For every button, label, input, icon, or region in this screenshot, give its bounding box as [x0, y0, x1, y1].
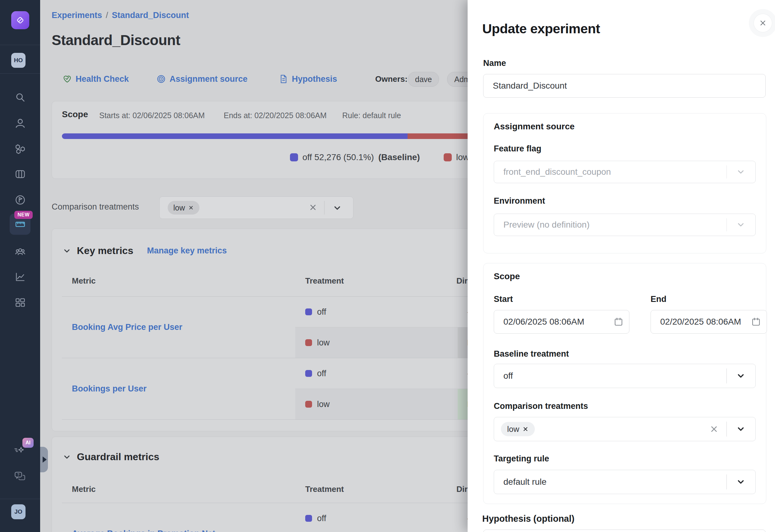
baseline-treatment-select[interactable]: off [494, 364, 756, 388]
svg-text:?: ? [17, 473, 19, 477]
scope-section: Scope Start End 02/06/2025 08:06AM 02/20… [483, 263, 766, 504]
app-logo[interactable] [11, 11, 29, 29]
treatment-label: off [317, 369, 326, 378]
treatment-label: off [317, 514, 326, 523]
comparison-chip-label: low [507, 424, 519, 434]
panel-title: Update experiment [482, 21, 600, 36]
manage-key-metrics-link[interactable]: Manage key metrics [147, 246, 227, 256]
sidebar-divider [0, 73, 40, 74]
start-date-value: 02/06/2025 08:06AM [504, 317, 584, 327]
feature-flags-icon[interactable] [15, 143, 26, 154]
clear-selection-icon[interactable] [308, 203, 317, 212]
chevron-down-icon[interactable] [332, 203, 342, 213]
feature-flag-select[interactable]: front_end_discount_coupon [494, 161, 756, 183]
calendar-icon[interactable] [751, 317, 761, 327]
chevron-down-icon [736, 424, 745, 434]
column-metric: Metric [72, 484, 96, 494]
owner-chip-dave[interactable]: dave [408, 72, 439, 87]
dashboards-icon[interactable] [15, 297, 26, 308]
treatment-off-swatch [305, 515, 312, 522]
expand-arrow-icon [43, 456, 47, 463]
page-title: Standard_Discount [52, 32, 180, 49]
targeting-rule-label: Targeting rule [494, 454, 549, 464]
health-check-link[interactable]: Health Check [63, 72, 129, 86]
ruler-icon [15, 219, 26, 229]
assignment-source-section: Assignment source Feature flag front_end… [483, 113, 766, 253]
comparison-treatments-select[interactable]: low [159, 197, 353, 219]
analytics-chart-icon[interactable] [15, 271, 26, 282]
ai-badge: AI [22, 438, 34, 448]
start-label: Start [494, 294, 513, 304]
collapse-guardrail-metrics-icon[interactable] [63, 453, 71, 461]
close-panel-button[interactable] [754, 14, 772, 32]
chevron-down-icon [736, 167, 745, 177]
metric-link-bookings-per-user[interactable]: Bookings per User [72, 384, 146, 394]
select-divider [324, 201, 324, 215]
health-check-label: Health Check [76, 74, 129, 84]
targeting-rule-select[interactable]: default rule [494, 470, 756, 494]
select-divider [726, 422, 727, 437]
end-date-field[interactable]: 02/20/2025 08:06AM [651, 310, 767, 334]
audiences-icon[interactable] [15, 246, 26, 257]
clear-selection-icon[interactable] [709, 424, 719, 434]
select-divider [726, 474, 727, 489]
sidebar-expand-handle[interactable] [40, 447, 48, 472]
owners-label: Owners: [375, 72, 408, 86]
chevron-down-icon [736, 371, 745, 381]
start-date-field[interactable]: 02/06/2025 08:06AM [494, 310, 629, 334]
hypothesis-link[interactable]: Hypothesis [279, 72, 337, 86]
experiments-flag-icon[interactable] [15, 194, 26, 206]
name-field-value: Standard_Discount [493, 81, 567, 91]
user-avatar[interactable]: JO [11, 504, 26, 519]
chevron-down-icon [736, 477, 745, 487]
legend-off-label: off 52,276 (50.1%) [302, 152, 374, 162]
workspace-avatar[interactable]: HO [11, 53, 26, 68]
breadcrumb-separator: / [102, 11, 112, 20]
environment-value: Preview (no definition) [504, 220, 590, 230]
legend-baseline-tag: (Baseline) [378, 152, 420, 162]
sidebar: HO NEW [0, 0, 40, 532]
column-treatment: Treatment [305, 276, 344, 286]
chip-remove-icon[interactable] [188, 205, 194, 210]
name-field[interactable]: Standard_Discount [483, 74, 766, 98]
hypothesis-label: Hypothesis [292, 74, 337, 84]
legend-low: low [444, 152, 469, 162]
metric-link-guardrail[interactable]: Average Bookings in Promotion Net [72, 529, 215, 532]
calendar-icon[interactable] [614, 317, 624, 327]
select-divider [726, 218, 727, 231]
comparison-chip-low[interactable]: low [168, 201, 199, 215]
comparison-chip-label: low [173, 203, 185, 212]
allocation-bar-off [62, 133, 408, 139]
search-icon[interactable] [15, 92, 26, 103]
columns-icon[interactable] [15, 169, 26, 180]
name-label: Name [483, 58, 506, 68]
chip-remove-icon[interactable] [522, 426, 529, 432]
environment-label: Environment [494, 196, 545, 206]
breadcrumb-experiments-link[interactable]: Experiments [52, 11, 102, 20]
scope-rule: Rule: default rule [342, 111, 401, 120]
targeting-rule-value: default rule [504, 477, 547, 487]
treatment-label: off [317, 307, 326, 317]
comparison-treatments-multiselect[interactable]: low [494, 417, 756, 441]
comparison-chip-low[interactable]: low [501, 422, 535, 436]
environment-select[interactable]: Preview (no definition) [494, 214, 756, 236]
sidebar-item-metrics-active[interactable]: NEW [10, 214, 30, 235]
close-icon [759, 19, 767, 27]
key-metrics-title: Key metrics [77, 245, 133, 257]
health-check-icon [63, 74, 72, 84]
metric-link-booking-avg-price[interactable]: Booking Avg Price per User [72, 322, 182, 332]
scope-section-title: Scope [494, 271, 520, 281]
column-metric: Metric [72, 276, 96, 286]
hypothesis-optional-label: Hypothesis (optional) [482, 514, 574, 524]
assignment-source-label: Assignment source [169, 74, 248, 84]
select-divider [726, 165, 727, 178]
comparison-treatments-label: Comparison treatments [52, 202, 139, 212]
hypothesis-field[interactable] [483, 530, 766, 532]
users-icon[interactable] [15, 118, 26, 129]
breadcrumb-current-link[interactable]: Standard_Discount [112, 11, 189, 20]
help-icon[interactable]: ? [14, 470, 25, 481]
assignment-source-link[interactable]: Assignment source [156, 72, 248, 86]
collapse-key-metrics-icon[interactable] [63, 247, 71, 255]
end-date-value: 02/20/2025 08:06AM [660, 317, 741, 327]
legend-off: off 52,276 (50.1%) (Baseline) [290, 152, 420, 162]
